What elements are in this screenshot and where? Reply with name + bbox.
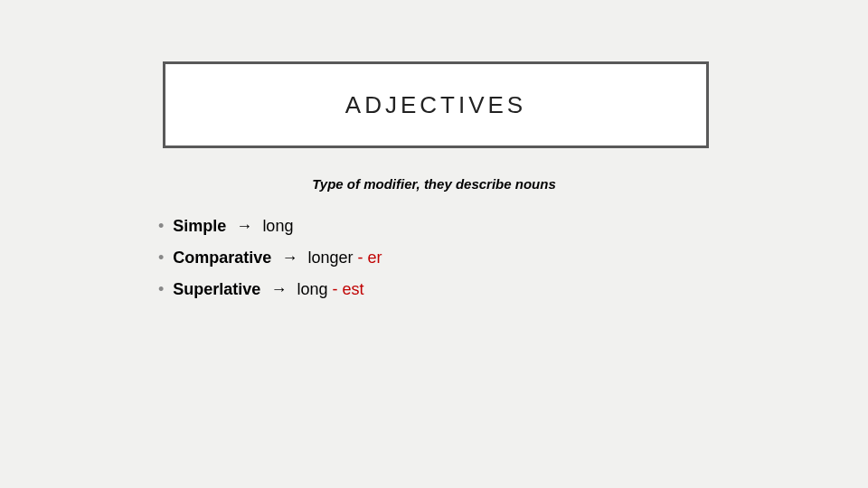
list-item: • Simple → long bbox=[158, 217, 382, 236]
adjective-form-term: Superlative bbox=[173, 280, 260, 298]
arrow-icon: → bbox=[236, 217, 252, 235]
adjective-example: long bbox=[297, 280, 327, 298]
arrow-icon: → bbox=[270, 280, 287, 298]
bullet-icon: • bbox=[158, 281, 164, 297]
title-box: ADJECTIVES bbox=[163, 61, 709, 148]
adjective-suffix: - er bbox=[357, 249, 382, 267]
adjective-example: longer bbox=[307, 249, 353, 267]
adjective-suffix: - est bbox=[332, 280, 363, 298]
bullet-list: • Simple → long • Comparative → longer -… bbox=[158, 217, 382, 312]
slide: ADJECTIVES Type of modifier, they descri… bbox=[0, 0, 868, 488]
slide-title: ADJECTIVES bbox=[345, 91, 526, 119]
bullet-icon: • bbox=[158, 218, 164, 234]
adjective-form-term: Comparative bbox=[173, 249, 271, 267]
list-item: • Comparative → longer - er bbox=[158, 249, 382, 267]
arrow-icon: → bbox=[281, 249, 297, 267]
list-item: • Superlative → long - est bbox=[158, 280, 382, 299]
adjective-form-term: Simple bbox=[173, 217, 226, 235]
slide-subtitle: Type of modifier, they describe nouns bbox=[0, 176, 868, 192]
bullet-icon: • bbox=[158, 249, 164, 266]
adjective-example: long bbox=[262, 217, 293, 235]
